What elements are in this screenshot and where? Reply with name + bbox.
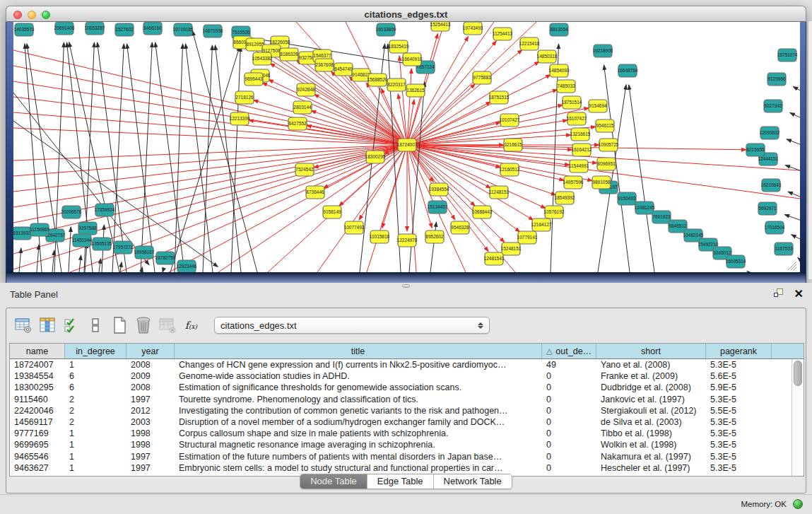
graph-node[interactable]: 10688443 [472,206,493,218]
graph-node[interactable]: 12160512 [500,163,520,176]
graph-node[interactable]: 9546328 [451,221,469,234]
graph-node[interactable]: 18751515 [489,91,510,104]
column-select-icon[interactable] [61,316,81,335]
graph-node[interactable]: 15688520 [367,74,388,86]
table-row[interactable]: 946554611997Estimation of the future num… [10,451,792,462]
graph-node[interactable]: 16164212 [572,144,592,156]
float-panel-icon[interactable] [774,288,784,299]
graph-node[interactable]: 10719185 [173,23,194,36]
graph-node[interactable]: 12481541 [484,252,505,265]
graph-node[interactable]: 9775883 [473,71,491,84]
graph-node[interactable]: 1167533 [775,243,793,255]
graph-node[interactable]: 8736446 [306,186,324,199]
graph-node[interactable]: 9227343 [764,100,782,112]
table-settings-icon[interactable] [13,316,33,335]
graph-node[interactable]: 15134457 [428,201,448,214]
graph-node[interactable]: 20206576 [61,206,82,218]
graph-node[interactable]: 17957272 [113,241,134,254]
table-row[interactable]: 1830029562008Estimation of significance … [10,382,792,393]
graph-node[interactable]: 14035573 [14,23,35,36]
graph-node[interactable]: 1527602 [115,23,134,36]
column-header-out_degree[interactable]: △out_de… [542,344,596,358]
graph-node[interactable]: 9546115 [596,119,614,132]
table-row[interactable]: 977716911998Corpus callosum shape and si… [10,428,792,439]
graph-node[interactable]: 9154694 [589,100,607,112]
graph-node[interactable]: 11254413 [493,28,513,40]
graph-node[interactable]: 20691406 [54,22,75,35]
graph-node[interactable]: 12093832 [760,127,780,139]
graph-node[interactable]: 17016504 [765,221,785,234]
graph-node[interactable]: 16648784 [618,64,638,77]
graph-node[interactable]: 8427552 [288,117,307,130]
graph-node[interactable]: 17359924 [95,204,115,216]
graph-node[interactable]: 10653287 [85,22,105,35]
graph-node[interactable]: 13216615 [570,128,591,141]
graph-node[interactable]: 9129966 [767,73,786,86]
table-row[interactable]: 946362711997Embryonic stem cells: a mode… [10,462,792,474]
function-builder-icon[interactable]: f(x) [182,316,201,335]
window-titlebar[interactable]: citations_edges.txt [6,6,806,22]
graph-node[interactable]: 8813054 [550,23,568,36]
graph-node[interactable]: 10779141 [517,231,538,244]
graph-node[interactable]: 14850318 [537,50,558,63]
table-row[interactable]: 1938455462009Genome-wide association stu… [10,370,792,382]
graph-node[interactable]: 11544991 [569,160,589,173]
graph-node[interactable]: 2367608 [315,59,334,71]
graph-node[interactable]: 18751514 [562,96,582,109]
graph-node[interactable]: 18724007 [397,139,418,151]
graph-node[interactable]: 10576192 [544,206,565,218]
graph-node[interactable]: 2718126 [235,91,254,104]
network-canvas[interactable]: 1403557320691406106532871527602646616010… [13,22,800,272]
table-scrollbar[interactable] [792,359,804,476]
column-view-icon[interactable] [37,316,57,335]
graph-node[interactable]: 2803144 [293,101,312,114]
column-header-name[interactable]: name [10,344,65,358]
graph-node[interactable]: 12215418 [519,37,540,50]
graph-node[interactable]: 19218906 [593,45,613,57]
graph-node[interactable]: 8912955 [246,38,264,51]
graph-node[interactable]: 8952602 [425,230,444,243]
graph-node[interactable]: 3216615 [504,139,522,151]
tab-edge-table[interactable]: Edge Table [367,474,434,489]
graph-node[interactable]: 11248151 [489,186,510,199]
graph-node[interactable]: 14671938 [203,25,223,37]
tab-node-table[interactable]: Node Table [300,474,367,489]
graph-node[interactable]: 16210643 [761,179,782,192]
graph-node[interactable]: 19384554 [429,183,449,196]
graph-node[interactable]: 16782759 [155,252,176,264]
graph-node[interactable]: 11156869 [30,223,49,236]
graph-node[interactable]: 15248151 [501,243,522,255]
graph-node[interactable]: 8215955 [746,144,765,156]
scrollbar-thumb[interactable] [794,361,802,386]
graph-node[interactable]: 7485033 [557,80,575,93]
graph-node[interactable]: 8096951 [597,158,616,170]
graph-node[interactable]: 13505135 [92,238,112,250]
graph-node[interactable]: 9297588 [78,222,97,235]
graph-node[interactable]: 18549392 [555,192,575,204]
graph-node[interactable]: 12213399 [230,112,250,125]
new-column-icon[interactable] [110,316,129,335]
table-row[interactable]: 2242004622012Investigating the contribut… [10,405,792,416]
graph-node[interactable]: 15751074 [777,49,798,62]
graph-node[interactable]: 10077493 [344,221,365,234]
graph-node[interactable]: 16033809 [376,23,396,36]
graph-node[interactable]: 6466160 [143,22,162,35]
graph-node[interactable]: 10543382 [252,52,273,65]
table-selector-dropdown[interactable]: citations_edges.txt [214,317,490,334]
graph-node[interactable]: 9313933 [13,227,31,240]
graph-node[interactable]: 9891058 [592,176,611,189]
graph-node[interactable]: 16640910 [402,53,423,66]
graph-node[interactable]: 19743493 [463,22,483,35]
graph-node[interactable]: 14854093 [549,64,570,77]
network-graph[interactable]: 1403557320691406106532871527602646616010… [13,22,800,272]
graph-node[interactable]: 12923446 [177,260,197,272]
tab-network-table[interactable]: Network Table [434,474,512,489]
graph-node[interactable]: 9150493 [618,192,636,205]
table-row[interactable]: 911546021997Tourette syndrome. Phenomeno… [10,394,792,405]
graph-node[interactable]: 15254413 [430,22,451,31]
table-row[interactable]: 969969511998Structural magnetic resonanc… [10,439,792,450]
column-header-in_degree[interactable]: in_degree [65,344,126,358]
graph-node[interactable]: 8186328 [280,48,298,61]
graph-node[interactable]: 9158149 [323,206,341,218]
graph-node[interactable]: 12164127 [531,218,552,231]
